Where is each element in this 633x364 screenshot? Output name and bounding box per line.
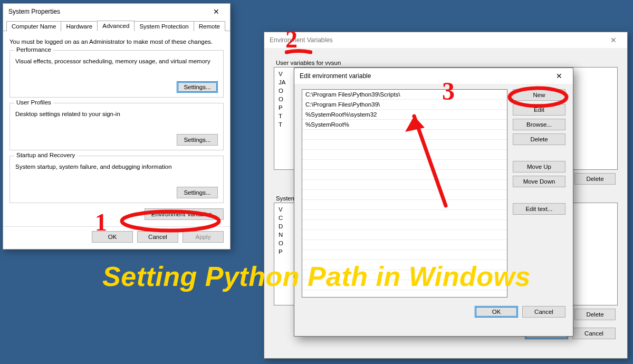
path-edit-button[interactable]: Edit [513,104,565,116]
path-edit-text-button[interactable]: Edit text... [513,203,565,215]
startup-recovery-text: System startup, system failure, and debu… [15,164,218,170]
close-icon[interactable]: ✕ [603,33,624,47]
user-vars-label: User variables for vvsun [276,60,618,66]
edit-environment-variable-dialog: Edit environment variable ✕ C:\Program F… [294,68,573,337]
sysprop-cancel-button[interactable]: Cancel [137,231,178,243]
editvar-titlebar: Edit environment variable ✕ [294,68,573,84]
sysprop-title: System Properties [8,8,206,15]
path-item-empty[interactable] [302,190,507,200]
path-browse-button[interactable]: Browse... [513,119,565,130]
path-item-empty[interactable] [302,210,507,220]
environment-variables-button[interactable]: Environment Variables... [145,208,224,220]
path-item-empty[interactable] [302,140,507,150]
startup-recovery-legend: Startup and Recovery [14,152,77,158]
path-move-up-button[interactable]: Move Up [513,161,565,173]
path-item-empty[interactable] [302,290,507,298]
performance-text: Visual effects, processor scheduling, me… [15,58,218,64]
path-item-empty[interactable] [302,150,507,160]
performance-group: Performance Visual effects, processor sc… [9,50,224,98]
startup-recovery-group: Startup and Recovery System startup, sys… [9,156,224,203]
env-titlebar: Environment Variables ✕ [264,32,627,48]
env-title: Environment Variables [270,36,603,44]
sys-delete-button[interactable]: Delete [574,309,616,320]
sysprop-tabs: Computer Name Hardware Advanced System P… [3,20,230,31]
path-item[interactable]: %SystemRoot% [302,120,507,130]
sysprop-apply-button: Apply [183,231,224,243]
sysprop-ok-button[interactable]: OK [92,231,133,243]
performance-settings-button[interactable]: Settings... [177,81,218,93]
user-profiles-settings-button[interactable]: Settings... [177,134,218,146]
path-item-empty[interactable] [302,200,507,210]
editvar-ok-button[interactable]: OK [475,306,518,318]
user-profiles-text: Desktop settings related to your sign-in [15,111,218,117]
editvar-cancel-button[interactable]: Cancel [522,306,565,318]
env-cancel-button[interactable]: Cancel [572,328,616,339]
editvar-title: Edit environment variable [300,72,549,80]
admin-note: You must be logged on as an Administrato… [9,39,224,45]
path-item-empty[interactable] [302,170,507,180]
user-profiles-legend: User Profiles [14,99,53,106]
path-item[interactable]: %SystemRoot%\system32 [302,110,507,120]
path-item-empty[interactable] [302,270,507,280]
tab-system-protection[interactable]: System Protection [134,21,194,31]
sysprop-titlebar: System Properties ✕ [3,4,230,20]
path-item-empty[interactable] [302,130,507,140]
system-properties-dialog: System Properties ✕ Computer Name Hardwa… [3,3,231,250]
path-item-empty[interactable] [302,180,507,190]
path-item[interactable]: C:\Program Files\Python39\Scripts\ [302,90,507,100]
path-item-empty[interactable] [302,160,507,170]
performance-legend: Performance [14,46,53,53]
user-delete-button[interactable]: Delete [574,173,616,185]
path-item-empty[interactable] [302,220,507,230]
path-delete-button[interactable]: Delete [513,133,565,145]
path-item-empty[interactable] [302,250,507,260]
user-profiles-group: User Profiles Desktop settings related t… [9,103,224,150]
tab-hardware[interactable]: Hardware [61,21,98,31]
path-item-empty[interactable] [302,280,507,290]
path-item[interactable]: C:\Program Files\Python39\ [302,100,507,110]
path-item-empty[interactable] [302,260,507,270]
close-icon[interactable]: ✕ [549,69,570,83]
path-new-button[interactable]: New [513,89,565,101]
path-item-empty[interactable] [302,230,507,240]
close-icon[interactable]: ✕ [206,5,227,18]
startup-recovery-settings-button[interactable]: Settings... [177,187,218,198]
tab-advanced[interactable]: Advanced [97,21,135,31]
tab-remote[interactable]: Remote [194,21,225,31]
path-move-down-button[interactable]: Move Down [513,176,565,187]
tab-computer-name[interactable]: Computer Name [6,21,61,31]
path-list[interactable]: C:\Program Files\Python39\Scripts\ C:\Pr… [302,89,507,298]
path-item-empty[interactable] [302,240,507,250]
